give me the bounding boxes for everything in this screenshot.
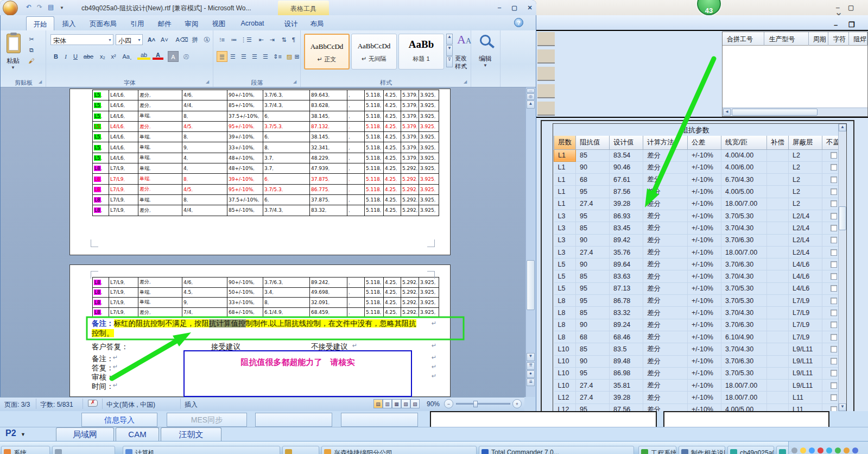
tray-icon[interactable] (800, 447, 806, 453)
tray-icon[interactable] (844, 447, 850, 453)
view-fullscreen[interactable]: ▥ (383, 399, 392, 408)
taskbar-item[interactable]: Total Commander 7.0... (479, 446, 634, 454)
font-name-combo[interactable]: 宋体▼ (50, 34, 113, 45)
impedance-header[interactable]: 层数 (554, 136, 576, 149)
status-words[interactable]: 字数: 5/831 (40, 400, 73, 409)
tray-icon[interactable] (818, 447, 823, 453)
no-solder-checkbox[interactable] (831, 321, 837, 328)
view-draft[interactable]: ▨ (410, 399, 420, 408)
dialog-launcher[interactable]: ◢ (206, 79, 211, 85)
grow-font-button[interactable]: A˄ (145, 34, 158, 45)
job-table-header[interactable]: 生产型号 (764, 32, 808, 46)
impedance-row[interactable]: L109586.98差分+/-10%3.70/5.30L9/L11 (554, 367, 839, 379)
impedance-header[interactable]: 屏蔽层 (789, 136, 822, 149)
tray-icon[interactable] (826, 447, 832, 453)
office-button[interactable] (3, 1, 18, 16)
no-solder-checkbox[interactable] (831, 273, 837, 280)
taskbar-item[interactable]: 系统 (1, 446, 50, 454)
impedance-row[interactable]: L39586.93差分+/-10%3.70/5.30L2/L4 (554, 210, 839, 222)
word-vscrollbar[interactable]: — ◎ ▲ ▼ ⇈ ● ⇊ (525, 87, 535, 397)
impedance-row[interactable]: L1027.435.81差分+/-10%18.00/7.00L9/L11 (554, 380, 839, 392)
bold-button[interactable]: B (50, 51, 61, 62)
superscript-button[interactable]: x² (108, 51, 119, 62)
phonetic-button[interactable]: 拼 (189, 34, 200, 45)
no-solder-checkbox[interactable] (831, 382, 837, 389)
style-card-nospacing[interactable]: AaBbCcDd↵ 无间隔 (351, 34, 397, 70)
tab-wangchaowen[interactable]: 汪朝文 (161, 427, 221, 441)
toolbox-button[interactable] (537, 102, 555, 116)
impedance-row[interactable]: L89089.24差分+/-10%3.70/6.30L7/L9 (554, 319, 839, 331)
no-solder-checkbox[interactable] (831, 394, 837, 401)
impedance-header[interactable]: 设计值 (610, 136, 643, 149)
impedance-row[interactable]: L39089.42差分+/-10%3.70/6.30L2/L4 (554, 234, 839, 246)
dialog-launcher[interactable]: ◢ (464, 79, 469, 85)
help-button[interactable]: ? (514, 18, 523, 27)
impedance-row[interactable]: L19090.46差分+/-10%4.00/6.00L2 (554, 161, 839, 173)
impedance-row[interactable]: L59587.13差分+/-10%3.70/5.30L4/L6 (554, 282, 839, 294)
impedance-row[interactable]: L19587.56差分+/-10%4.00/5.00L2 (554, 186, 839, 198)
no-solder-checkbox[interactable] (831, 237, 837, 243)
word-tab-7[interactable]: 视图 (206, 16, 231, 30)
tray-icon[interactable] (835, 447, 841, 453)
impedance-header[interactable]: 不盖油 (822, 136, 839, 149)
no-solder-checkbox[interactable] (831, 164, 837, 171)
styles-scroll-up[interactable]: ▲ (446, 34, 453, 45)
zoom-out-button[interactable]: − (444, 399, 453, 408)
impedance-header[interactable]: 计算方法 (643, 136, 688, 149)
align-right-button[interactable]: ☰ (238, 51, 249, 62)
underline-button[interactable]: U (70, 51, 81, 62)
dialog-launcher[interactable]: ◢ (39, 79, 44, 85)
change-styles-button[interactable]: 更改样式 (455, 54, 471, 71)
status-language[interactable]: 中文(简体 , 中国) (106, 400, 155, 409)
line-spacing-button[interactable]: ⇕≡ (272, 51, 283, 62)
word-contextual-tab-2[interactable]: 布局 (305, 16, 329, 30)
undo-button[interactable]: ↶ (26, 3, 31, 11)
impedance-row[interactable]: L127.439.28差分+/-10%18.00/7.00L2 (554, 198, 839, 210)
status-insert-mode[interactable]: 插入 (185, 400, 198, 409)
spellcheck-icon[interactable] (88, 400, 98, 407)
no-solder-checkbox[interactable] (831, 406, 837, 411)
enclose-char-button[interactable]: ㊅ (181, 51, 192, 62)
editing-dropdown[interactable]: ▼ (483, 63, 487, 68)
impedance-header[interactable]: 公差 (688, 136, 721, 149)
styles-scroll-down[interactable]: ▼ (446, 45, 453, 56)
change-case-button[interactable]: Aa˯ (120, 51, 134, 62)
highlight-color-button[interactable]: ab (137, 51, 150, 60)
numbering-button[interactable]: ≔ (229, 34, 239, 45)
job-table-header[interactable]: 字符 (828, 32, 849, 46)
taskbar-item[interactable]: cb49q025a0制作前 (727, 446, 774, 454)
no-solder-checkbox[interactable] (831, 298, 837, 304)
tab-cam[interactable]: CAM (116, 427, 159, 441)
impedance-row[interactable]: L18583.54差分+/-10%4.00/4.00L2 (554, 149, 839, 161)
zoom-level[interactable]: 90% (427, 400, 440, 408)
impedance-row[interactable]: L109089.48差分+/-10%3.70/6.30L9/L11 (554, 355, 839, 367)
justify-button[interactable]: ☰ (249, 51, 260, 62)
no-solder-checkbox[interactable] (831, 310, 837, 316)
zoom-slider[interactable] (456, 403, 510, 405)
font-color-button[interactable]: A (153, 51, 163, 60)
no-solder-checkbox[interactable] (831, 285, 837, 292)
impedance-header[interactable]: 线宽/距 (721, 136, 767, 149)
impedance-vscrollbar[interactable]: ▲ ▼ (838, 124, 846, 422)
toolbox-button[interactable] (537, 32, 555, 46)
char-shading-button[interactable]: A (168, 51, 179, 62)
no-solder-checkbox[interactable] (831, 176, 837, 183)
word-tab-6[interactable]: 审阅 (179, 16, 204, 30)
pilcrow-button[interactable]: ¶ (288, 34, 299, 45)
styles-more[interactable]: ⊽ (446, 56, 453, 67)
tab-lan[interactable]: 局域网 (56, 427, 114, 441)
taskbar-item[interactable] (52, 446, 115, 454)
paste-dropdown[interactable]: ▼ (11, 65, 15, 70)
impedance-row[interactable]: L89586.78差分+/-10%3.70/5.30L7/L9 (554, 295, 839, 307)
no-solder-checkbox[interactable] (831, 188, 837, 195)
align-center-button[interactable]: ☰ (227, 51, 238, 62)
decrease-indent-button[interactable]: ⇤ (256, 34, 267, 45)
blank-button-1[interactable] (255, 413, 332, 427)
no-solder-checkbox[interactable] (831, 200, 837, 207)
tray-icon[interactable] (809, 447, 815, 453)
impedance-row[interactable]: L58583.63差分+/-10%3.70/4.30L4/L6 (554, 270, 839, 282)
multilevel-button[interactable]: ⋮☰ (240, 34, 251, 45)
no-solder-checkbox[interactable] (831, 261, 837, 268)
blank-button-2[interactable] (341, 413, 418, 427)
editing-button[interactable]: 编辑 (479, 54, 492, 64)
